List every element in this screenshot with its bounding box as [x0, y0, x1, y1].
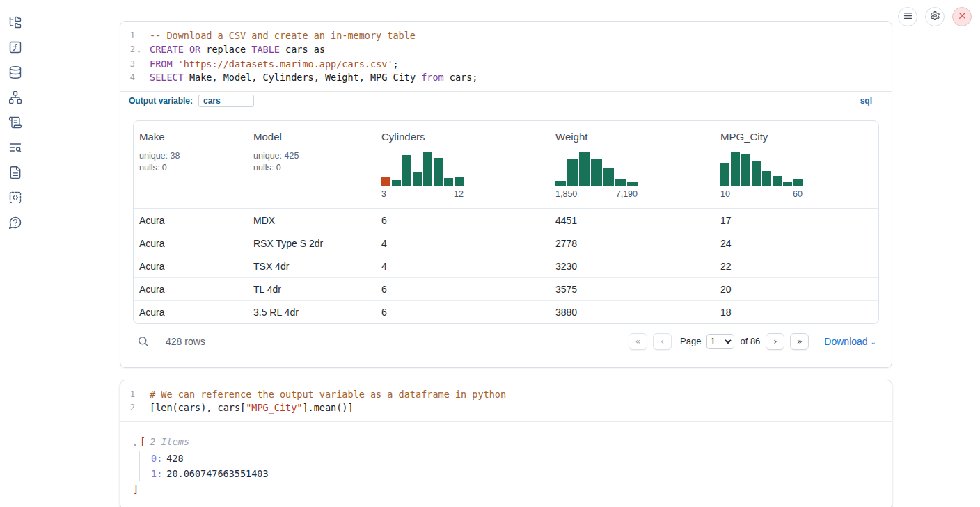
code-line: 3 FROM 'https://datasets.marimo.app/cars… — [120, 58, 892, 72]
page-total: of 86 — [740, 336, 760, 346]
sidebar-item-help[interactable] — [8, 216, 22, 230]
sidebar-item-logs-search[interactable] — [8, 140, 22, 154]
table-header-row: Make unique: 38 nulls: 0 Model unique: 4… — [134, 121, 878, 209]
cylinders-histogram[interactable]: 3 12 — [381, 152, 464, 199]
collapse-chevron-icon[interactable]: ⌄ — [133, 439, 137, 446]
column-header-mpg-city: MPG_City 10 60 — [715, 121, 878, 208]
line-number: 2 — [120, 43, 135, 58]
histogram-bar[interactable] — [444, 178, 453, 186]
histogram-bar[interactable] — [579, 152, 590, 186]
mpg-city-histogram[interactable]: 10 60 — [720, 152, 803, 199]
line-number: 1 — [120, 29, 135, 43]
line-number: 1 — [120, 388, 135, 402]
settings-button[interactable] — [925, 7, 945, 26]
histogram-bar[interactable] — [752, 161, 761, 186]
python-output: ⌄[2 Items 0:428 1:20.060747663551403 ] — [120, 421, 892, 507]
shutdown-button[interactable] — [952, 7, 972, 26]
histogram-bar[interactable] — [555, 181, 566, 186]
code-line: 1 -- Download a CSV and create an in-mem… — [120, 29, 892, 43]
histogram-bar[interactable] — [455, 177, 464, 186]
open-bracket: [ — [140, 436, 145, 447]
histogram-bar[interactable] — [567, 159, 578, 186]
column-stat-unique: unique: 38 — [139, 150, 242, 162]
item-index: 0: — [151, 453, 162, 464]
histogram-bar[interactable] — [720, 163, 729, 186]
table-footer: 428 rows « ‹ Page 1 of 86 › » Download ⌄ — [133, 324, 879, 359]
row-count: 428 rows — [166, 336, 205, 347]
axis-min-label: 10 — [720, 189, 730, 199]
next-page-button[interactable]: › — [766, 333, 784, 350]
histogram-bar[interactable] — [402, 155, 411, 186]
column-label[interactable]: Model — [253, 131, 370, 143]
download-button[interactable]: Download ⌄ — [824, 336, 876, 347]
column-header-cylinders: Cylinders 3 12 — [376, 121, 550, 208]
output-variable-input[interactable] — [198, 95, 254, 107]
search-icon[interactable] — [137, 335, 149, 347]
hamburger-icon — [903, 10, 913, 24]
page-select[interactable]: 1 — [706, 334, 734, 349]
sidebar-item-scratchpad[interactable] — [8, 115, 22, 129]
output-variable-bar: Output variable: sql — [120, 91, 892, 110]
first-page-button[interactable]: « — [629, 333, 647, 350]
items-count-label: 2 Items — [150, 436, 189, 447]
file-text-icon — [8, 166, 22, 179]
code-text: # We can reference the output variable a… — [143, 388, 506, 402]
topbar-actions — [898, 7, 972, 26]
page-label: Page — [680, 336, 701, 346]
histogram-bar[interactable] — [793, 179, 803, 186]
python-code-editor[interactable]: 1 # We can reference the output variable… — [120, 380, 892, 421]
data-table: Make unique: 38 nulls: 0 Model unique: 4… — [133, 120, 879, 324]
column-header-model: Model unique: 425 nulls: 0 — [248, 121, 376, 208]
column-label[interactable]: MPG_City — [720, 131, 873, 143]
histogram-bar[interactable] — [783, 182, 792, 186]
scroll-icon — [8, 115, 22, 129]
axis-max-label: 60 — [793, 189, 803, 199]
histogram-bar[interactable] — [591, 159, 601, 186]
table-row: Acura TSX 4dr 4 3230 22 — [134, 255, 878, 277]
sidebar-item-dependency-graph[interactable] — [8, 90, 22, 104]
code-square-icon — [8, 191, 22, 204]
histogram-bar[interactable] — [773, 176, 782, 186]
column-label[interactable]: Make — [139, 131, 242, 143]
table-row: Acura TL 4dr 6 3575 20 — [134, 277, 878, 300]
histogram-bar[interactable] — [603, 168, 614, 186]
item-value: 428 — [166, 453, 183, 464]
histogram-bar[interactable] — [423, 152, 432, 186]
line-number: 3 — [120, 58, 135, 72]
sql-cell: 1 -- Download a CSV and create an in-mem… — [120, 21, 892, 368]
histogram-bar[interactable] — [762, 171, 771, 186]
last-page-button[interactable]: » — [790, 333, 809, 350]
sidebar-item-snippets[interactable] — [8, 191, 22, 204]
column-label[interactable]: Weight — [555, 131, 709, 143]
list-search-icon — [8, 140, 22, 154]
histogram-bar[interactable] — [627, 182, 638, 186]
function-square-icon — [8, 40, 22, 54]
output-variable-label: Output variable: — [129, 96, 193, 106]
histogram-bar[interactable] — [741, 154, 750, 186]
histogram-bar[interactable] — [731, 152, 740, 186]
prev-page-button[interactable]: ‹ — [653, 333, 672, 350]
table-row: Acura 3.5 RL 4dr 6 3880 18 — [134, 300, 878, 323]
sql-code-editor[interactable]: 1 -- Download a CSV and create an in-mem… — [120, 22, 892, 91]
sidebar-item-datasources[interactable] — [8, 65, 22, 79]
sql-table-output: Make unique: 38 nulls: 0 Model unique: 4… — [120, 110, 892, 367]
list-item: 0:428 — [151, 451, 879, 466]
histogram-bar[interactable] — [434, 158, 443, 186]
table-row: Acura MDX 6 4451 17 — [134, 209, 878, 232]
histogram-bar[interactable] — [413, 172, 422, 186]
menu-button[interactable] — [898, 7, 917, 26]
axis-max-label: 7,190 — [616, 189, 638, 199]
histogram-bar[interactable] — [392, 180, 401, 186]
sidebar-item-functions[interactable] — [8, 40, 22, 54]
gear-icon — [930, 10, 940, 24]
column-label[interactable]: Cylinders — [381, 131, 544, 143]
notebook-area: 1 -- Download a CSV and create an in-mem… — [120, 21, 892, 507]
fold-chevron-icon[interactable]: ⌄ — [135, 43, 143, 58]
histogram-bar[interactable] — [615, 179, 626, 186]
histogram-bar[interactable] — [381, 177, 390, 186]
code-line: 4 SELECT Make, Model, Cylinders, Weight,… — [120, 71, 892, 85]
sidebar-item-file-explorer[interactable] — [8, 15, 22, 29]
weight-histogram[interactable]: 1,850 7,190 — [555, 152, 638, 199]
left-sidebar — [0, 0, 31, 230]
sidebar-item-documentation[interactable] — [8, 166, 22, 179]
